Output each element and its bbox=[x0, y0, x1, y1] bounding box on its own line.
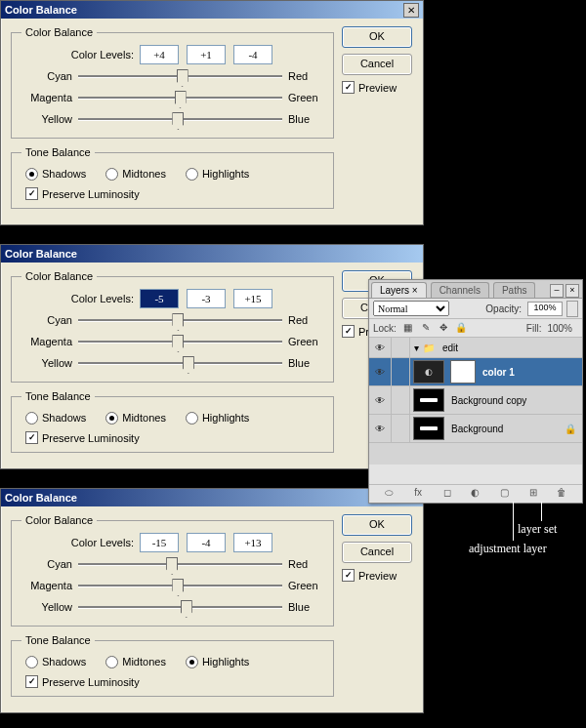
layer-row[interactable]: Background🔒 bbox=[369, 415, 582, 443]
group-arrow-icon[interactable]: ▾ bbox=[414, 343, 419, 353]
adjustment-icon[interactable]: ◐ bbox=[469, 487, 482, 501]
layer-name[interactable]: edit bbox=[439, 343, 582, 353]
color-level-input-1[interactable] bbox=[187, 289, 226, 308]
layer-row[interactable]: ▾📁edit bbox=[369, 338, 582, 358]
fill-value[interactable]: 100% bbox=[547, 323, 572, 334]
visibility-icon[interactable] bbox=[369, 415, 392, 442]
color-level-input-0[interactable] bbox=[140, 289, 179, 308]
visibility-icon[interactable] bbox=[369, 386, 392, 414]
panel-minimize-icon[interactable]: – bbox=[550, 284, 564, 298]
panel-close-icon[interactable]: × bbox=[565, 284, 579, 298]
layer-row[interactable]: Background copy bbox=[369, 386, 582, 415]
slider-thumb[interactable] bbox=[166, 557, 178, 575]
slider-thumb[interactable] bbox=[172, 313, 184, 331]
tone-balance-group: Tone BalanceShadowsMidtonesHighlightsPre… bbox=[11, 634, 334, 697]
preserve-luminosity-checkbox[interactable]: Preserve Luminosity bbox=[21, 187, 323, 200]
brush-icon[interactable]: ✎ bbox=[420, 322, 432, 334]
color-level-input-2[interactable] bbox=[233, 289, 272, 308]
link-icon[interactable]: ⬭ bbox=[383, 487, 397, 501]
tone-radio-highlights[interactable]: Highlights bbox=[186, 656, 249, 668]
slider-thumb[interactable] bbox=[181, 600, 192, 618]
slider-left-label: Yellow bbox=[21, 357, 72, 369]
slider-right-label: Green bbox=[288, 336, 323, 347]
titlebar[interactable]: Color Balance bbox=[1, 245, 423, 263]
lock-icon[interactable]: 🔒 bbox=[455, 322, 467, 334]
trash-icon[interactable]: 🗑 bbox=[555, 487, 568, 501]
slider-left-label: Yellow bbox=[21, 601, 72, 613]
tone-radio-highlights[interactable]: Highlights bbox=[186, 168, 249, 181]
link-column[interactable] bbox=[392, 358, 410, 385]
cancel-button[interactable]: Cancel bbox=[342, 54, 412, 75]
color-slider[interactable] bbox=[78, 600, 282, 614]
cancel-button[interactable]: Cancel bbox=[342, 542, 412, 563]
tab-channels[interactable]: Channels bbox=[431, 282, 489, 298]
link-column[interactable] bbox=[392, 338, 410, 357]
color-slider[interactable] bbox=[78, 313, 282, 327]
group-label: Color Balance bbox=[21, 26, 97, 38]
titlebar[interactable]: Color Balance✕ bbox=[1, 1, 423, 19]
blend-mode-select[interactable]: Normal bbox=[373, 301, 449, 316]
slider-thumb[interactable] bbox=[172, 335, 184, 352]
mask-icon[interactable]: ◻ bbox=[440, 487, 454, 501]
group-icon[interactable]: ▢ bbox=[497, 487, 511, 501]
move-icon[interactable]: ✥ bbox=[438, 322, 449, 334]
visibility-icon[interactable] bbox=[369, 358, 392, 385]
transparency-icon[interactable]: ▦ bbox=[402, 322, 414, 334]
color-slider[interactable] bbox=[78, 112, 282, 126]
tone-radio-shadows[interactable]: Shadows bbox=[25, 656, 86, 668]
tone-radio-highlights[interactable]: Highlights bbox=[186, 412, 249, 425]
color-level-input-1[interactable] bbox=[187, 533, 226, 552]
checkbox-icon bbox=[342, 569, 355, 582]
adjustment-thumbnail[interactable]: ◐ bbox=[413, 360, 444, 384]
color-level-input-2[interactable] bbox=[233, 45, 272, 64]
tone-radio-midtones[interactable]: Midtones bbox=[105, 168, 166, 181]
slider-thumb[interactable] bbox=[175, 91, 187, 108]
tone-radio-shadows[interactable]: Shadows bbox=[25, 168, 86, 181]
layer-thumbnail[interactable] bbox=[413, 388, 444, 412]
color-slider[interactable] bbox=[78, 91, 282, 104]
preserve-luminosity-checkbox[interactable]: Preserve Luminosity bbox=[21, 675, 323, 688]
slider-left-label: Magenta bbox=[21, 92, 72, 103]
tone-radio-shadows[interactable]: Shadows bbox=[25, 412, 86, 425]
tone-radio-midtones[interactable]: Midtones bbox=[105, 412, 166, 425]
slider-thumb[interactable] bbox=[172, 579, 184, 596]
preserve-luminosity-checkbox[interactable]: Preserve Luminosity bbox=[21, 431, 323, 444]
color-level-input-0[interactable] bbox=[140, 533, 179, 552]
color-slider[interactable] bbox=[78, 335, 282, 348]
slider-thumb[interactable] bbox=[183, 356, 194, 374]
link-column[interactable] bbox=[392, 415, 410, 442]
link-column[interactable] bbox=[392, 386, 410, 414]
layer-mask-thumbnail[interactable] bbox=[450, 360, 476, 384]
fx-icon[interactable]: fx bbox=[411, 487, 425, 501]
new-layer-icon[interactable]: ⊞ bbox=[526, 487, 540, 501]
preview-checkbox[interactable]: Preview bbox=[342, 81, 415, 94]
color-level-input-2[interactable] bbox=[233, 533, 272, 552]
preview-checkbox[interactable]: Preview bbox=[342, 569, 415, 582]
ok-button[interactable]: OK bbox=[342, 26, 412, 48]
slider-thumb[interactable] bbox=[172, 112, 184, 130]
tab-layers[interactable]: Layers × bbox=[371, 282, 427, 298]
opacity-value[interactable]: 100% bbox=[527, 302, 563, 316]
close-icon[interactable]: ✕ bbox=[403, 3, 419, 18]
slider-right-label: Blue bbox=[288, 601, 323, 613]
color-slider[interactable] bbox=[78, 557, 282, 571]
color-level-input-0[interactable] bbox=[140, 45, 179, 64]
opacity-arrow-icon[interactable] bbox=[566, 301, 578, 317]
layer-name[interactable]: Background bbox=[447, 424, 565, 434]
slider-thumb[interactable] bbox=[177, 69, 188, 87]
visibility-icon[interactable] bbox=[369, 338, 392, 357]
layer-thumbnail[interactable] bbox=[413, 417, 444, 440]
annotation-line bbox=[513, 502, 514, 541]
color-slider[interactable] bbox=[78, 579, 282, 592]
color-balance-group: Color BalanceColor Levels:CyanRedMagenta… bbox=[11, 26, 334, 139]
layer-name[interactable]: Background copy bbox=[447, 395, 582, 406]
color-slider[interactable] bbox=[78, 69, 282, 83]
tone-radio-midtones[interactable]: Midtones bbox=[105, 656, 166, 668]
layer-name[interactable]: color 1 bbox=[479, 367, 582, 378]
color-level-input-1[interactable] bbox=[187, 45, 226, 64]
layer-row[interactable]: ◐color 1 bbox=[369, 358, 582, 386]
color-slider[interactable] bbox=[78, 356, 282, 370]
titlebar[interactable]: Color Balance bbox=[1, 489, 423, 506]
tab-paths[interactable]: Paths bbox=[493, 282, 536, 298]
ok-button[interactable]: OK bbox=[342, 514, 412, 536]
